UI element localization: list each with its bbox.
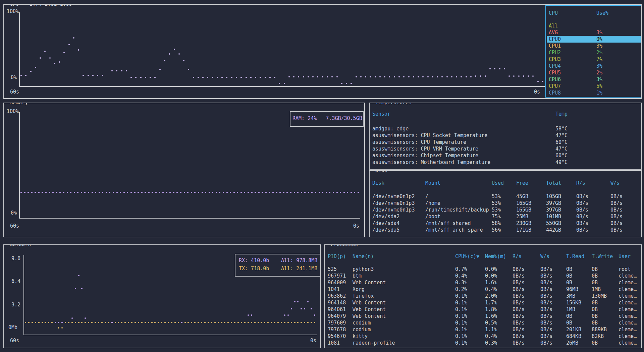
data-point (480, 75, 481, 77)
data-point (209, 192, 210, 193)
column-header-user[interactable]: User (619, 253, 631, 260)
data-point (212, 192, 213, 193)
table-row[interactable]: 964009Web Content0.3%1.6%0B/s0B/s0B0Bcle… (325, 279, 641, 286)
cell: /dev/nvme0n1p3 (372, 207, 415, 213)
cpu-name-cell: CPU8 (549, 90, 561, 96)
cell: 26MB (566, 340, 578, 346)
data-point (304, 308, 305, 309)
table-row[interactable]: 964061Web Content0.1%1.8%0B/s0B/s1MB0Bcl… (325, 306, 641, 313)
data-point (127, 192, 128, 193)
memory-x-right-label: 0s (353, 223, 359, 229)
column-header-ws[interactable]: W/s (540, 253, 549, 260)
data-point (88, 322, 89, 323)
cell: 58% (492, 220, 501, 227)
cpu-legend-row-avg[interactable]: AVG3% (546, 29, 642, 36)
data-point (174, 322, 176, 323)
column-header-memm[interactable]: Mem%(m) (485, 253, 506, 260)
data-point (204, 322, 206, 323)
data-point (294, 322, 296, 323)
data-point (92, 192, 93, 193)
data-point (297, 192, 299, 193)
table-row: asuswmisensors: CPU Temperature60°C (370, 139, 641, 145)
cell: amdgpu: edge (372, 125, 409, 132)
cpu-panel: CPU 2.74 2.81 1.88 100% 0% 60s 0s CPUUse… (3, 4, 642, 99)
cpu-legend-row-cpu0[interactable]: CPU00% (546, 36, 642, 43)
column-header-pidp[interactable]: PID(p) (328, 253, 346, 260)
cell: 58°C (555, 125, 568, 132)
cell: /mnt/sff_shared (425, 220, 471, 227)
cell: 525 (328, 266, 337, 273)
data-point (379, 76, 381, 77)
data-point (191, 192, 192, 193)
table-row[interactable]: 797678codium0.1%1.1%0B/s0B/s201KB889KBcl… (325, 326, 641, 333)
cpu-name-cell: CPU6 (549, 76, 561, 83)
table-row[interactable]: 967971btm0.4%0.0%0B/s0B/s0B0Bcleme… (325, 273, 641, 279)
data-point (218, 322, 219, 323)
cell: 0B/s (540, 306, 552, 313)
processes-panel: Processes PID(p)Name(n)CPU%(c)▼Mem%(m)R/… (324, 244, 642, 348)
data-point (331, 76, 333, 77)
cpu-legend-row-cpu4[interactable]: CPU43% (546, 63, 642, 69)
data-point (358, 192, 359, 193)
data-point (274, 77, 275, 78)
cpu-legend-row-cpu6[interactable]: CPU63% (546, 76, 642, 83)
table-row[interactable]: 964148Web Content0.1%1.7%0B/s0B/s156KB0B… (325, 299, 641, 306)
data-point (32, 322, 33, 323)
data-point (98, 322, 99, 323)
data-point (437, 76, 438, 77)
cpu-legend-row-cpu3[interactable]: CPU37% (546, 56, 642, 63)
cpu-legend-table[interactable]: CPUUse%AllAVG3%CPU00%CPU13%CPU22%CPU37%C… (545, 5, 642, 98)
cpu-legend-row-all[interactable]: All (546, 22, 642, 29)
data-point (191, 322, 192, 323)
cell: 797678 (328, 326, 346, 333)
cpu-legend-row-cpu1[interactable]: CPU13% (546, 43, 642, 49)
cpu-legend-row-cpu7[interactable]: CPU75% (546, 83, 642, 90)
data-point (248, 322, 249, 323)
data-point (456, 76, 457, 77)
column-header-namen[interactable]: Name(n) (353, 253, 374, 260)
data-point (494, 68, 495, 69)
cell: cleme… (619, 326, 637, 333)
data-point (311, 322, 312, 323)
cell: 0B/s (540, 299, 552, 306)
table-row[interactable]: 525python30.7%0.0%0B/s0B/s0B0Broot (325, 266, 641, 273)
cell: 0B/s (610, 200, 623, 207)
table-row[interactable]: 1041Xorg0.2%0.4%0B/s0B/s96MB1MBcleme… (325, 286, 641, 293)
cell: 0.3% (455, 279, 467, 286)
data-point (398, 76, 400, 77)
data-point (284, 314, 285, 316)
table-row[interactable]: 1081radeon-profile0.1%0.3%0B/s0B/s26MB0B… (325, 340, 641, 346)
data-point (281, 322, 282, 323)
cpu-legend-row-cpu2[interactable]: CPU22% (546, 49, 642, 56)
cell: 0.4% (485, 286, 497, 293)
cell: 397GB (546, 200, 561, 207)
cell: 0B/s (513, 313, 525, 319)
data-point (254, 322, 256, 323)
cell: 1.1% (485, 326, 497, 333)
cpu-use-cell: 3% (596, 63, 602, 69)
column-header-twrite[interactable]: T.Write (592, 253, 613, 260)
cpu-legend-row-cpu8[interactable]: CPU81% (546, 90, 642, 96)
data-point (446, 76, 448, 77)
table-row[interactable]: 797609codium0.1%0.5%0B/s0B/s0B0Bcleme… (325, 319, 641, 326)
table-row: /dev/sda4/mnt/sff_shared58%230GB550GB0B/… (370, 220, 641, 227)
data-point (223, 192, 224, 193)
column-header-tread[interactable]: T.Read (566, 253, 584, 260)
data-point (184, 322, 186, 323)
table-row: asuswmisensors: CPU Socket Temperature47… (370, 132, 641, 139)
data-point (518, 75, 520, 77)
table-row[interactable]: 963862firefox0.1%2.0%0B/s0B/s3MB130MBcle… (325, 293, 641, 299)
data-point (317, 76, 318, 77)
table-row[interactable]: 964079Web Content0.1%1.6%0B/s0B/s0B0Bcle… (325, 313, 641, 319)
memory-y-max-label: 100% (7, 108, 19, 115)
data-point (121, 70, 122, 71)
cpu-use-cell: 2% (596, 69, 602, 76)
column-header-rs[interactable]: R/s (513, 253, 522, 260)
cpu-legend-row-cpu5[interactable]: CPU52% (546, 69, 642, 76)
column-header-cpuc[interactable]: CPU%(c)▼ (455, 253, 479, 260)
data-point (248, 192, 249, 193)
cell: 0B (592, 266, 598, 273)
cell: asuswmisensors: Chipset Temperature (372, 152, 478, 159)
data-point (370, 76, 371, 77)
table-row[interactable]: 954670kitty0.1%0.4%0B/s0B/s684KB82KBclem… (325, 333, 641, 340)
